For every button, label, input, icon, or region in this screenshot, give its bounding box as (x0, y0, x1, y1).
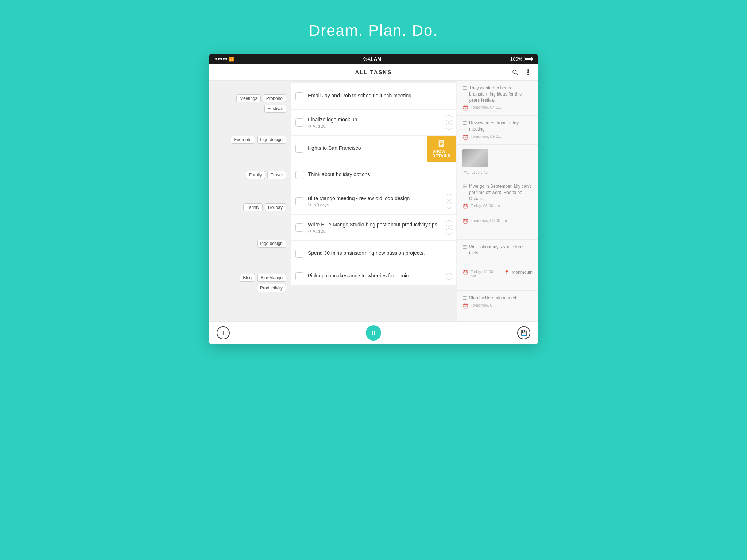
battery-icon (524, 57, 532, 61)
task-content-7: Spend 30 mins brainstorming new passion … (308, 246, 456, 262)
repeat-icon-5: ↻ (308, 203, 311, 207)
tag-holiday[interactable]: Holiday (265, 203, 286, 211)
right-item-4: ☰ If we go in September, Lily can't get … (457, 179, 538, 214)
info-button-2a[interactable]: i (446, 115, 452, 122)
info-button-5a[interactable]: i (446, 194, 452, 201)
right-item-3: IMG_0163.JPG (457, 145, 538, 179)
tag-probono[interactable]: Probono (263, 94, 286, 102)
table-row: Pick up cupcakes and strawberries for pi… (291, 267, 456, 285)
task-info-2: i i (446, 115, 456, 130)
right-note-4: ☰ If we go in September, Lily can't get … (462, 183, 533, 202)
screen-title: ALL TASKS (355, 69, 392, 75)
task-subtitle-5: ↻ in 3 days (308, 203, 446, 207)
info-button-6a[interactable]: i (446, 220, 452, 227)
tag-travel[interactable]: Travel (267, 171, 286, 179)
task-content-5: Blue Mango meeting - review old logo des… (308, 191, 446, 212)
task-checkbox-5[interactable] (295, 197, 303, 205)
right-time-2: Tomorrow, 09:0... (471, 134, 501, 139)
task-subtitle-6: ↻ Aug 28. (308, 229, 446, 234)
show-details-button[interactable]: SHOWDETAILS (427, 136, 456, 162)
info-button-8a[interactable]: i (446, 273, 452, 280)
right-item-2: ☰ Review notes from Friday meeting ⏰ Tom… (457, 116, 538, 145)
task-list: Email Jay and Rob to schedule lunch meet… (290, 81, 457, 321)
task-checkbox-2[interactable] (295, 118, 303, 127)
tag-bluemango[interactable]: BlueMango (257, 274, 286, 282)
task-checkbox-8[interactable] (295, 272, 303, 280)
image-label: IMG_0163.JPG (462, 170, 533, 174)
more-icon[interactable] (525, 69, 532, 76)
svg-line-1 (516, 73, 518, 75)
right-item-7: ⏰ Today, 12:00 pm 📍 Monmouth (457, 265, 538, 291)
right-note-text-8: Stop by Borough market (469, 295, 516, 301)
right-time-5: Tomorrow, 03:00 pm (471, 218, 507, 223)
alarm-icon-7: ⏰ (462, 270, 468, 275)
tag-family-1[interactable]: Family (246, 171, 265, 179)
battery-percent: 100% (510, 56, 522, 62)
search-icon[interactable] (511, 69, 519, 76)
tag-festival[interactable]: Festival (264, 105, 286, 113)
right-note-text-4: If we go in September, Lily can't get ti… (469, 183, 533, 202)
svg-point-4 (528, 74, 529, 75)
thumbnail-image (462, 149, 488, 167)
task-checkbox-7[interactable] (295, 250, 303, 258)
right-alarm-5: ⏰ Tomorrow, 03:00 pm (462, 218, 533, 224)
task-title-7: Spend 30 mins brainstorming new passion … (308, 250, 456, 256)
status-time: 9:41 AM (363, 56, 381, 62)
right-time-8: Tomorrow, 0... (471, 303, 496, 307)
tag-productivity[interactable]: Productivity (257, 284, 286, 292)
info-button-5b[interactable]: i (446, 202, 452, 209)
right-item-5: ⏰ Tomorrow, 03:00 pm (457, 214, 538, 240)
right-item-1: ☰ They wanted to begin brainstorming ide… (457, 81, 538, 116)
tag-group-6: Blog BlueMango Productivity (213, 271, 286, 295)
location-icon-7: 📍 (504, 270, 510, 275)
info-button-6b[interactable]: i (446, 228, 452, 235)
info-button-2b[interactable]: i (446, 123, 452, 130)
wifi-icon: 📶 (229, 57, 234, 62)
top-bar: ALL TASKS (209, 64, 538, 81)
task-info-5: i i (446, 194, 456, 209)
tag-meetings[interactable]: Meetings (236, 94, 261, 102)
alarm-icon-8: ⏰ (462, 303, 468, 309)
table-row: Think about holiday options (291, 162, 456, 188)
pause-button[interactable]: ⏸ (366, 325, 381, 341)
tag-group-3: Family Travel (213, 168, 286, 182)
tag-logo-design-2[interactable]: logo design (257, 240, 286, 248)
right-panel: ☰ They wanted to begin brainstorming ide… (457, 81, 538, 321)
right-item-6: ☰ Write about my favorite free tools (457, 240, 538, 265)
right-location-7: Monmouth (512, 269, 533, 276)
alarm-icon-1: ⏰ (462, 105, 468, 111)
right-alarm-1: ⏰ Tomorrow, 04:0... (462, 105, 533, 111)
task-title-6: Write Blue Mango Studio blog post about … (308, 222, 446, 228)
svg-point-0 (513, 70, 516, 73)
task-title-1: Email Jay and Rob to schedule lunch meet… (308, 93, 456, 98)
right-alarm-2: ⏰ Tomorrow, 09:0... (462, 134, 533, 140)
ipad-frame: 📶 9:41 AM 100% ALL TASKS (209, 54, 538, 344)
tag-logo-design-1[interactable]: logo design (257, 136, 286, 144)
task-subtitle-2: ↻ Aug 26. (308, 124, 446, 129)
table-row: Write Blue Mango Studio blog post about … (291, 215, 456, 240)
task-checkbox-1[interactable] (295, 92, 303, 100)
save-button[interactable]: 💾 (517, 326, 530, 339)
show-details-label: SHOWDETAILS (432, 149, 450, 158)
table-row: Email Jay and Rob to schedule lunch meet… (291, 83, 456, 109)
table-row: Finalize logo mock up ↻ Aug 26. i i (291, 110, 456, 135)
right-time-4: Today, 03:00 am (471, 203, 500, 208)
add-task-button[interactable]: + (217, 326, 230, 339)
tag-group-2: Evernote logo design (213, 133, 286, 147)
bottom-bar: + ⏸ 💾 (209, 321, 538, 344)
right-note-6: ☰ Write about my favorite free tools (462, 244, 533, 256)
right-alarm-7: ⏰ Today, 12:00 pm 📍 Monmouth (462, 269, 533, 278)
task-checkbox-4[interactable] (295, 171, 303, 179)
tag-family-2[interactable]: Family (243, 203, 263, 211)
task-title-4: Think about holiday options (308, 171, 456, 177)
task-checkbox-6[interactable] (295, 223, 303, 232)
right-time-7: Today, 12:00 pm (471, 269, 499, 278)
task-checkbox-3[interactable] (295, 145, 303, 153)
tag-evernote[interactable]: Evernote (231, 136, 255, 144)
tag-group-5: logo design (213, 237, 286, 251)
note-icon-6: ☰ (462, 244, 467, 250)
tag-blog[interactable]: Blog (240, 274, 255, 282)
note-icon-8: ☰ (462, 295, 467, 301)
task-content-1: Email Jay and Rob to schedule lunch meet… (308, 88, 456, 104)
status-bar-right: 100% (510, 56, 532, 62)
